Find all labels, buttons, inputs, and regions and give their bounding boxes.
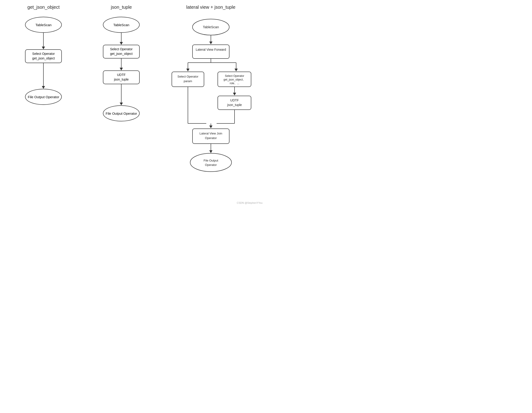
svg-text:Select Operator: Select Operator <box>177 75 199 78</box>
col2-title: json_tuple <box>111 5 132 10</box>
svg-rect-21 <box>218 96 251 110</box>
svg-text:UDTF: UDTF <box>230 98 239 102</box>
svg-marker-3 <box>209 42 212 44</box>
c1-tablescan: TableScan <box>25 17 62 33</box>
svg-marker-11 <box>235 69 238 71</box>
c1-file-output: File Output Operator <box>25 89 62 105</box>
svg-rect-4 <box>192 45 229 58</box>
c1-connector-1 <box>42 33 45 49</box>
svg-text:Operator: Operator <box>205 163 217 166</box>
column-2: json_tuple TableScan Select Operator get… <box>83 5 160 182</box>
col1-title: get_json_object <box>27 5 59 10</box>
c2-connector-1 <box>120 33 123 45</box>
svg-text:role、...: role、... <box>230 82 239 85</box>
c1-line-1 <box>43 33 44 46</box>
svg-point-35 <box>190 153 232 172</box>
c2-connector-2 <box>120 58 123 70</box>
c2-line-1 <box>121 33 122 42</box>
c2-arrow-3 <box>120 102 123 105</box>
c1-arrow-2 <box>42 86 45 89</box>
svg-text:param: param <box>183 79 192 83</box>
c2-arrow-1 <box>120 42 123 45</box>
c2-line-3 <box>121 84 122 102</box>
col3-diagram-svg: TableScan Lateral View Forward <box>167 17 255 182</box>
c1-select-operator: Select Operator get_json_object <box>25 49 62 63</box>
svg-text:TableScan: TableScan <box>203 25 219 29</box>
c2-udtf: UDTF json_tuple <box>103 70 140 84</box>
svg-text:Operator: Operator <box>205 136 217 140</box>
c2-arrow-2 <box>120 68 123 70</box>
svg-text:get_json_object、: get_json_object、 <box>224 78 246 81</box>
c2-select-operator: Select Operator get_json_object <box>103 45 140 58</box>
page: get_json_object TableScan Select Operato… <box>0 0 266 206</box>
svg-text:Lateral View Join: Lateral View Join <box>200 132 222 135</box>
columns-container: get_json_object TableScan Select Operato… <box>5 5 261 182</box>
c1-arrow-1 <box>42 46 45 49</box>
c1-connector-2 <box>42 63 45 89</box>
c2-tablescan: TableScan <box>103 17 140 33</box>
svg-text:File Output: File Output <box>204 159 218 162</box>
c2-connector-3 <box>120 84 123 105</box>
svg-marker-29 <box>209 126 212 128</box>
c1-line-2 <box>43 63 44 86</box>
svg-marker-20 <box>233 93 236 95</box>
watermark: CSDN @StephenYYou <box>237 202 263 204</box>
svg-marker-9 <box>186 69 190 71</box>
c2-file-output: File Output Operator <box>103 105 140 121</box>
column-1: get_json_object TableScan Select Operato… <box>5 5 83 182</box>
svg-text:Lateral View Forward: Lateral View Forward <box>196 48 226 51</box>
col3-title: lateral view + json_tuple <box>186 5 236 10</box>
column-3: lateral view + json_tuple TableScan Late… <box>160 5 261 182</box>
c2-line-2 <box>121 58 122 68</box>
svg-text:json_tuple: json_tuple <box>227 103 242 107</box>
svg-text:Select Operator: Select Operator <box>225 74 244 78</box>
svg-marker-34 <box>209 150 212 153</box>
